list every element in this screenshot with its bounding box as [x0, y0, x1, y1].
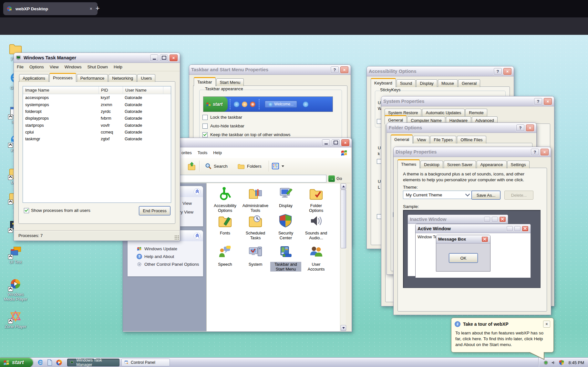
cp-item-taskbar-start-menu[interactable]: Taskbar and Start Menu	[270, 245, 301, 272]
menu-view[interactable]: View	[47, 63, 62, 71]
help-button[interactable]: ?	[534, 98, 542, 105]
start-button[interactable]: start	[0, 358, 33, 367]
tab-desktop[interactable]: Desktop	[420, 161, 443, 168]
sidebar-item-other-options[interactable]: Other Control Panel Options	[131, 262, 199, 267]
column-pid[interactable]: PID	[99, 86, 123, 94]
tab-mouse[interactable]: Mouse	[438, 79, 458, 87]
process-row[interactable]: displaypropsfvbrmGatorade	[23, 115, 171, 122]
menu-help[interactable]: Help	[210, 149, 225, 157]
folder-options-title-bar[interactable]: Folder Options ? ×	[387, 123, 536, 133]
show-all-processes-checkbox[interactable]	[24, 208, 29, 213]
lock-taskbar-checkbox[interactable]	[202, 115, 208, 120]
tab-screen-saver[interactable]: Screen Saver	[444, 161, 476, 168]
cp-item-administrative-tools[interactable]: Administrative Tools	[240, 186, 271, 213]
minimize-button[interactable]	[322, 139, 330, 146]
go-icon[interactable]: →	[328, 175, 335, 182]
tab-display[interactable]: Display	[416, 79, 437, 87]
tab-sound[interactable]: Sound	[397, 79, 416, 87]
ok-button[interactable]: OK	[449, 253, 478, 263]
taskbar-button-task-manager[interactable]: Windows Task Manager	[67, 359, 119, 366]
tab-general[interactable]: General	[458, 79, 480, 87]
new-tab-button[interactable]: +	[96, 4, 100, 13]
close-button[interactable]: ×	[540, 148, 549, 156]
process-row[interactable]: startpropsvovfrGatorade	[23, 122, 171, 129]
quicklaunch-media-icon[interactable]	[56, 359, 63, 366]
resize-grip[interactable]	[174, 235, 179, 240]
keep-on-top-checkbox[interactable]	[202, 132, 208, 137]
process-row[interactable]: accesspropskryzfGatorade	[23, 94, 171, 101]
menu-options[interactable]: Options	[26, 63, 47, 71]
process-row[interactable]: taskmgrzgtxfGatorade	[23, 135, 171, 142]
column-user-name[interactable]: User Name	[123, 86, 163, 94]
tab-appearance[interactable]: Appearance	[477, 161, 506, 168]
scroll-up-icon[interactable]	[341, 184, 346, 189]
display-properties-title-bar[interactable]: Display Properties ? ×	[394, 147, 551, 157]
menu-file[interactable]: File	[14, 63, 26, 71]
menu-help[interactable]: Help	[111, 63, 125, 71]
cp-item-folder-options[interactable]: Folder Options	[301, 186, 332, 213]
tab-general[interactable]: General	[391, 134, 413, 144]
maximize-button[interactable]	[331, 139, 340, 146]
collapse-chevron-icon[interactable]	[194, 188, 201, 195]
scroll-thumb[interactable]	[341, 190, 346, 248]
tab-applications[interactable]: Applications	[19, 74, 49, 82]
menu-tools[interactable]: Tools	[195, 149, 210, 157]
help-button[interactable]: ?	[330, 66, 339, 74]
process-row[interactable]: cpluiccmeqGatorade	[23, 129, 171, 135]
desktop-icon-wmp[interactable]: Windows Media Player	[1, 277, 30, 302]
task-manager-title-bar[interactable]: Windows Task Manager ×	[14, 53, 180, 63]
system-properties-title-bar[interactable]: System Properties ? ×	[381, 96, 554, 106]
cp-item-speech[interactable]: Speech	[210, 245, 241, 267]
cp-item-display[interactable]: Display	[270, 186, 301, 208]
quicklaunch-ie-icon[interactable]	[37, 359, 44, 366]
tab-performance[interactable]: Performance	[77, 74, 108, 82]
sidebar-item-help-about[interactable]: ? Help and About	[131, 254, 199, 259]
tray-security-shield-icon[interactable]	[559, 360, 564, 365]
delete-button[interactable]: Delete...	[504, 191, 533, 200]
search-button[interactable]: Search	[202, 161, 230, 171]
cp-item-fonts[interactable]: Fonts	[210, 213, 241, 235]
maximize-button[interactable]	[160, 54, 168, 62]
help-button[interactable]: ?	[493, 68, 502, 75]
balloon-close-button[interactable]: ×	[543, 321, 550, 328]
menu-windows[interactable]: Windows	[62, 63, 85, 71]
close-button[interactable]: ×	[340, 66, 349, 74]
browser-tab[interactable]: webXP Desktop ×	[3, 2, 98, 15]
column-image-name[interactable]: Image Name	[23, 86, 99, 94]
views-button[interactable]	[272, 162, 284, 170]
cp-item-system[interactable]: System	[240, 245, 271, 267]
end-process-button[interactable]: End Process	[139, 206, 170, 215]
close-button[interactable]: ×	[169, 54, 178, 62]
scroll-down-icon[interactable]	[341, 325, 346, 331]
tab-keyboard[interactable]: Keyboard	[371, 78, 396, 87]
tab-close-icon[interactable]: ×	[88, 5, 94, 12]
accessibility-title-bar[interactable]: Accessibility Options ? ×	[367, 66, 514, 76]
tab-networking[interactable]: Networking	[108, 74, 137, 82]
sidebar-item-windows-update[interactable]: Windows Update	[131, 246, 199, 252]
tab-start-menu[interactable]: Start Menu	[216, 78, 244, 86]
minimize-button[interactable]	[150, 54, 159, 62]
taskbar-button-control-panel[interactable]: Control Panel	[121, 359, 170, 366]
save-as-button[interactable]: Save As...	[471, 191, 500, 200]
tab-users[interactable]: Users	[137, 74, 155, 82]
clock[interactable]: 8:45 PM	[569, 360, 584, 365]
collapse-chevron-icon[interactable]	[194, 233, 201, 239]
tab-file-types[interactable]: File Types	[430, 136, 456, 144]
cp-item-sounds-audio[interactable]: Sounds and Audio...	[301, 213, 332, 240]
tab-offline-files[interactable]: Offline Files	[457, 136, 486, 144]
cp-item-security-center[interactable]: Security Center	[270, 213, 301, 240]
taskbar-properties-title-bar[interactable]: Taskbar and Start Menu Properties ? ×	[189, 65, 351, 75]
tab-taskbar[interactable]: Taskbar	[194, 77, 216, 86]
tray-status-icon[interactable]	[543, 360, 549, 365]
up-button[interactable]	[187, 161, 197, 171]
tray-volume-icon[interactable]	[551, 360, 556, 365]
cp-item-accessibility-options[interactable]: Accessibility Options	[210, 186, 241, 213]
close-button[interactable]: ×	[341, 139, 350, 146]
tab-view[interactable]: View	[413, 136, 429, 144]
process-row[interactable]: systempropszrxmnGatorade	[23, 101, 171, 108]
menu-shutdown[interactable]: Shut Down	[84, 63, 111, 71]
desktop-icon-zune[interactable]: Zune Player	[1, 310, 30, 329]
tab-settings[interactable]: Settings	[507, 161, 530, 168]
grid-scrollbar[interactable]	[340, 183, 346, 331]
process-list-header[interactable]: Image Name PID User Name	[23, 86, 171, 94]
